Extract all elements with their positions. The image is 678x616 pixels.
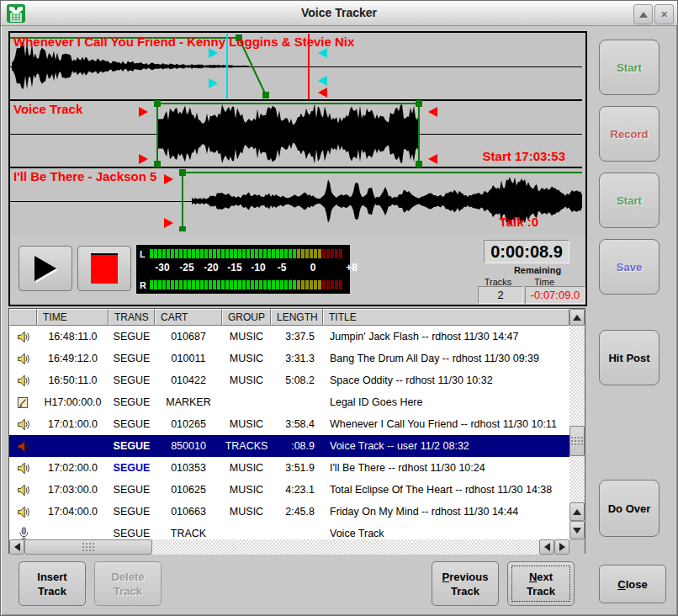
fade-handle[interactable]: [236, 35, 242, 41]
cell-cart: MARKER: [155, 391, 222, 413]
meter-segment: [204, 280, 208, 289]
cell-title: Whenever I Call You Friend -- rdhost 11/…: [323, 413, 569, 435]
next-track-button[interactable]: NextTrack: [507, 561, 575, 606]
red-marker-arrow[interactable]: [318, 88, 327, 98]
start-record-button[interactable]: Start: [599, 40, 659, 95]
region-handle[interactable]: [416, 100, 422, 107]
column-header-trans[interactable]: TRANS: [109, 309, 155, 326]
red-marker-arrow[interactable]: [164, 218, 173, 228]
log-row[interactable]: 16:49:12.0SEGUE010011MUSIC3:31.3Bang The…: [9, 348, 569, 369]
region-handle[interactable]: [154, 100, 161, 107]
delete-track-button[interactable]: DeleteTrack: [94, 561, 162, 606]
meter-segment: [242, 280, 246, 289]
cell-cart: TRACK: [155, 523, 222, 539]
red-marker-arrow[interactable]: [428, 154, 437, 164]
region-handle[interactable]: [154, 161, 161, 167]
region-handle[interactable]: [416, 161, 422, 167]
meter-segment: [167, 280, 170, 289]
close-button[interactable]: Close: [599, 565, 666, 603]
meter-segment: [221, 249, 225, 258]
column-header-group[interactable]: GROUP: [222, 309, 271, 326]
red-marker-arrow[interactable]: [164, 174, 173, 184]
cell-trans: SEGUE: [109, 479, 155, 501]
scroll-up-button[interactable]: [569, 309, 585, 326]
red-marker-arrow[interactable]: [428, 107, 437, 117]
waveform-panel[interactable]: Whenever I Call You Friend - Kenny Loggi…: [8, 31, 587, 236]
play-icon: [34, 256, 56, 281]
horizontal-scrollbar[interactable]: [9, 539, 569, 555]
cell-trans: SEGUE: [109, 369, 155, 391]
red-marker-arrow[interactable]: [139, 154, 148, 164]
log-row[interactable]: 17:04:00.0SEGUE010663MUSIC2:45.8Friday O…: [9, 501, 569, 523]
vertical-scroll-thumb[interactable]: [569, 426, 585, 456]
scroll-left-button-2[interactable]: [539, 539, 554, 555]
start-next-button[interactable]: Start: [599, 173, 659, 228]
log-row[interactable]: 16:48:11.0SEGUE010687MUSIC3:37.5Jumpin' …: [9, 326, 569, 348]
log-row[interactable]: 17:03:00.0SEGUE010625MUSIC4:23.1Total Ec…: [9, 479, 569, 501]
insert-track-button[interactable]: InsertTrack: [19, 561, 86, 606]
log-row-selected[interactable]: SEGUE850010TRACKS:08.9Voice Track -- use…: [9, 435, 569, 457]
log-row[interactable]: 17:02:00.0SEGUE010353MUSIC3:51.9I'll Be …: [9, 457, 569, 479]
title-bar[interactable]: Voice Tracker ✕: [1, 1, 677, 26]
cyan-marker-arrow[interactable]: [209, 48, 218, 58]
play-button[interactable]: [19, 246, 72, 291]
audio-level-meter: L -30-25-20-15-10-50+8 R: [136, 245, 350, 294]
close-window-button[interactable]: ✕: [654, 4, 674, 24]
record-button[interactable]: Record: [599, 106, 659, 162]
meter-scale-label: -15: [227, 262, 241, 273]
horizontal-scroll-thumb[interactable]: [24, 539, 152, 555]
meter-segment: [301, 280, 305, 289]
cell-time: 16:49:12.0: [37, 348, 109, 369]
remaining-label: Remaining: [495, 265, 580, 275]
meter-segment: [167, 249, 170, 258]
do-over-button[interactable]: Do Over: [599, 480, 659, 537]
stop-button[interactable]: [77, 246, 131, 291]
column-header-cart[interactable]: CART: [155, 309, 222, 326]
log-row[interactable]: 16:50:11.0SEGUE010422MUSIC5:08.2Space Od…: [9, 369, 569, 391]
meter-segment: [188, 280, 191, 289]
track3-handle[interactable]: [179, 169, 186, 176]
fade-handle[interactable]: [262, 92, 269, 98]
arrow-right-icon: [559, 543, 565, 551]
scroll-down-button[interactable]: [569, 521, 585, 539]
log-row[interactable]: H17:00:00.0SEGUEMARKERLegal ID Goes Here: [9, 391, 569, 413]
cell-time: 16:48:11.0: [37, 326, 109, 348]
cell-group: MUSIC: [222, 348, 271, 369]
scroll-right-button[interactable]: [554, 539, 569, 555]
vertical-scrollbar[interactable]: [569, 309, 585, 539]
cyan-marker-arrow[interactable]: [318, 48, 327, 58]
cell-title: Jumpin' Jack Flash -- rdhost 11/30 14:47: [323, 326, 569, 348]
cyan-marker-arrow[interactable]: [209, 78, 218, 88]
track3-handle[interactable]: [179, 226, 186, 231]
scroll-up-button-2[interactable]: [569, 502, 585, 521]
cell-length: 5:08.2: [271, 369, 323, 391]
red-marker-arrow[interactable]: [139, 107, 148, 117]
hit-post-button[interactable]: Hit Post: [599, 330, 659, 385]
cell-cart: 010011: [155, 348, 222, 369]
previous-track-button[interactable]: PreviousTrack: [432, 561, 499, 606]
save-button[interactable]: Save: [599, 239, 659, 295]
log-row[interactable]: 17:01:00.0SEGUE010265MUSIC3:58.4Whenever…: [9, 413, 569, 435]
cyan-marker-arrow[interactable]: [318, 76, 327, 86]
scroll-left-button[interactable]: [9, 539, 24, 555]
scrollbar-corner: [569, 539, 585, 555]
meter-segment: [200, 280, 204, 289]
column-header-length[interactable]: LENGTH: [271, 309, 323, 326]
cell-cart: 010265: [155, 413, 222, 435]
shade-window-button[interactable]: [633, 4, 653, 24]
microphone-icon: [17, 527, 30, 539]
column-header-time[interactable]: TIME: [37, 309, 109, 326]
meter-segment: [234, 280, 237, 289]
meter-segment: [318, 280, 321, 289]
log-row[interactable]: SEGUETRACKVoice Track: [9, 523, 569, 539]
column-header-icon[interactable]: [9, 309, 37, 326]
cell-trans: SEGUE: [109, 457, 155, 479]
log-table: TIMETRANSCARTGROUPLENGTHTITLE 16:48:11.0…: [8, 308, 585, 554]
column-header-title[interactable]: TITLE: [323, 309, 569, 326]
meter-segment: [322, 249, 326, 258]
speaker-icon: [16, 439, 30, 454]
meter-scale-label: -30: [155, 262, 169, 273]
cell-time: 17:03:00.0: [37, 479, 109, 501]
meter-left-label: L: [140, 249, 150, 259]
cell-length: 3:58.4: [271, 413, 323, 435]
